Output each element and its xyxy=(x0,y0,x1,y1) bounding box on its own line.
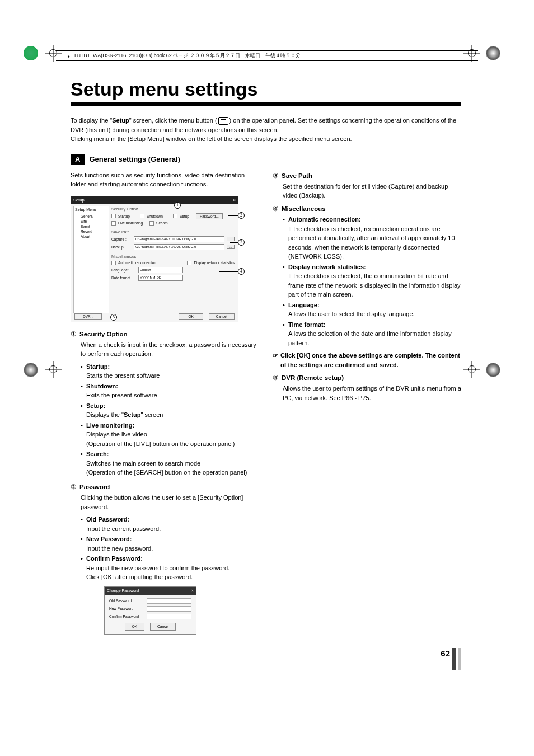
bullet-setup: Setup: Displays the "Setup" screen xyxy=(81,401,259,420)
section-a-sub: Sets functions such as security function… xyxy=(71,171,259,189)
section-a-header: A General settings (General) xyxy=(71,154,461,165)
callout-2: 2 xyxy=(238,212,245,219)
callout-4: 4 xyxy=(238,268,245,275)
item-3-body: Set the destination folder for still vid… xyxy=(283,182,461,200)
checkbox-icon xyxy=(111,214,116,218)
menu-icon xyxy=(218,117,228,125)
note-ok: ☞ Click [OK] once the above settings are… xyxy=(273,351,461,369)
checkbox-icon xyxy=(149,221,154,226)
item-1-head: ① Security Option xyxy=(71,329,259,339)
checkbox-icon xyxy=(140,214,144,218)
bullet-startup: Startup: Starts the present software xyxy=(81,362,259,381)
ok-button: OK xyxy=(125,623,144,631)
setup-screenshot: Setup × Setup Menu General Site Event Re… xyxy=(71,196,238,322)
close-icon: × xyxy=(191,588,194,594)
item-5-head: ⑤ DVR (Remote setup) xyxy=(273,373,461,383)
bullet-newpw: New Password: Input the new password. xyxy=(81,534,259,553)
bullet-live: Live monitoring: Displays the live video… xyxy=(81,421,259,449)
callout-1: 1 xyxy=(174,202,181,209)
ok-button: OK xyxy=(179,313,203,320)
page-number: 62 xyxy=(71,648,461,670)
close-icon: × xyxy=(233,198,236,203)
ss-title: Setup xyxy=(73,198,85,203)
callout-3: 3 xyxy=(238,239,245,246)
item-3-head: ③ Save Path xyxy=(273,171,461,181)
checkbox-icon xyxy=(187,261,191,265)
bullet-language: Language: Allows the user to select the … xyxy=(283,300,461,319)
pointer-icon: ☞ xyxy=(273,351,278,369)
callout-5: 5 xyxy=(110,314,117,321)
item-4-head: ④ Miscellaneous xyxy=(273,204,461,214)
item-5-body: Allows the user to perform settings of t… xyxy=(283,384,461,402)
password-button: Password... xyxy=(196,213,223,219)
change-password-dialog: Change Password × Old Password New Passw… xyxy=(104,586,196,635)
checkbox-icon xyxy=(173,214,177,218)
title-underline xyxy=(71,102,461,106)
bullet-autoreconn: Automatic reconnection: If the checkbox … xyxy=(283,215,461,261)
cancel-button: Cancel xyxy=(209,313,235,320)
old-password-field xyxy=(147,598,191,604)
print-header: ⬥ L8HBT_WA(DSR-2116_2108)(GB).book 62 ペー… xyxy=(56,50,478,61)
item-2-body: Clicking the button allows the user to s… xyxy=(81,493,259,511)
intro-text: To display the "Setup" screen, click the… xyxy=(71,116,461,144)
checkbox-icon xyxy=(111,261,116,265)
bullet-netstat: Display network statistics: If the check… xyxy=(283,262,461,299)
dvr-button: DVR... xyxy=(74,313,102,320)
bullet-search: Search: Switches the main screen to sear… xyxy=(81,449,259,477)
page-title: Setup menu settings xyxy=(71,78,461,100)
checkbox-icon xyxy=(111,221,116,226)
bullet-shutdown: Shutdown: Exits the present software xyxy=(81,382,259,400)
new-password-field xyxy=(147,606,191,612)
item-1-body: When a check is input in the checkbox, a… xyxy=(81,340,259,359)
bullet-oldpw: Old Password: Input the current password… xyxy=(81,515,259,533)
browse-button: ... xyxy=(227,237,235,241)
browse-button: ... xyxy=(227,245,235,249)
confirm-password-field xyxy=(147,614,191,619)
bullet-confpw: Confirm Password: Re-input the new passw… xyxy=(81,554,259,582)
bullet-timeformat: Time format: Allows the selection of the… xyxy=(283,320,461,348)
cancel-button: Cancel xyxy=(150,623,176,631)
setup-menu-tree: Setup Menu General Site Event Record Abo… xyxy=(73,206,109,313)
item-2-head: ② Password xyxy=(71,482,259,492)
